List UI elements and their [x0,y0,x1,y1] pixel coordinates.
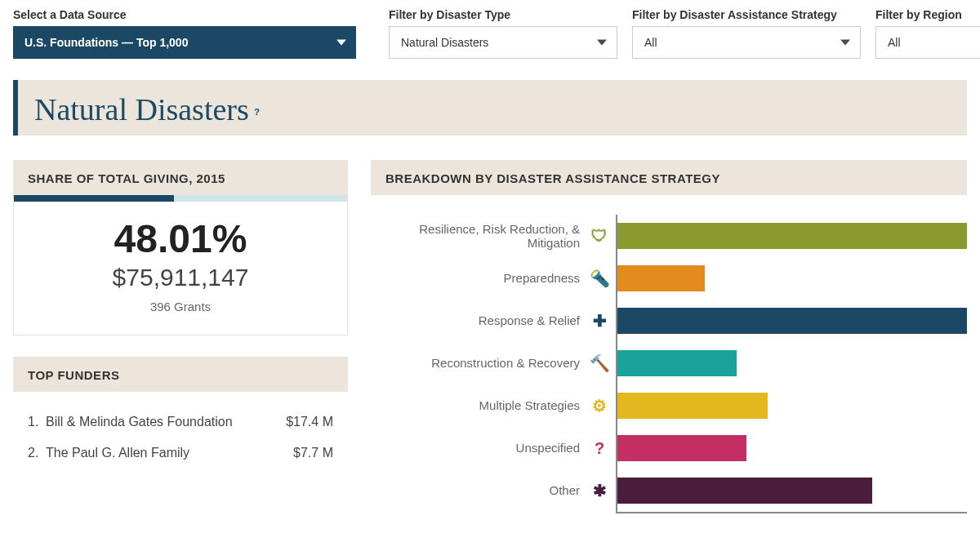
chart-bar-row[interactable] [617,342,967,384]
chart-panel: BREAKDOWN BY DISASTER ASSISTANCE STRATEG… [371,160,967,513]
data-source-value: U.S. Foundations — Top 1,000 [24,36,188,49]
page-title: Natural Disasters [34,91,249,127]
chart-bar [617,350,737,376]
funder-rank: 2. [28,446,46,460]
chart-bar-row[interactable] [617,300,967,342]
chevron-down-icon [840,40,850,46]
shield-icon: 🛡 [583,215,616,257]
chart-icons-column: 🛡🔦✚🔨⚙?✱ [583,215,616,513]
strategy-select[interactable]: All [632,26,861,59]
left-column: SHARE OF TOTAL GIVING, 2015 48.01% $75,9… [13,160,348,513]
chart-bar-row[interactable] [617,469,967,512]
region-select[interactable]: All [875,26,980,59]
funder-value: $7.7 M [276,446,333,460]
asterisk-icon: ✱ [583,469,616,512]
chart-bar [617,393,768,419]
question-icon: ? [583,427,616,469]
chart-bars-column [616,215,967,513]
data-source-select[interactable]: U.S. Foundations — Top 1,000 [13,26,356,59]
chart-labels-column: Resilience, Risk Reduction, & Mitigation… [371,215,583,513]
chart-category-label: Resilience, Risk Reduction, & Mitigation [371,215,583,257]
strategy-value: All [644,36,657,49]
main-content: SHARE OF TOTAL GIVING, 2015 48.01% $75,9… [13,160,967,513]
share-percent: 48.01% [22,220,339,259]
data-source-filter: Select a Data Source U.S. Foundations — … [13,8,356,59]
chart-category-label: Other [371,469,583,512]
region-filter: Filter by Region All [875,8,980,59]
chart-category-label: Response & Relief [371,300,583,342]
chevron-down-icon [336,40,346,46]
share-progress-track [14,195,347,202]
chart-category-label: Reconstruction & Recovery [371,342,583,384]
help-icon[interactable]: ? [254,107,260,117]
hammer-icon: 🔨 [583,342,616,384]
top-funders-panel: TOP FUNDERS 1. Bill & Melinda Gates Foun… [13,357,348,469]
chart-bar-row[interactable] [617,257,967,300]
data-source-label: Select a Data Source [13,8,356,21]
chart-bar [617,223,967,249]
filters-row: Select a Data Source U.S. Foundations — … [13,8,967,59]
chart-bar [617,478,872,504]
chart-category-label: Preparedness [371,257,583,300]
chart-bar-row[interactable] [617,215,967,257]
disaster-type-value: Natural Disasters [401,36,488,49]
share-grants: 396 Grants [22,300,339,313]
disaster-type-filter: Filter by Disaster Type Natural Disaster… [389,8,617,59]
strategy-label: Filter by Disaster Assistance Strategy [632,8,861,21]
chart-area: Resilience, Risk Reduction, & Mitigation… [371,215,967,513]
share-panel: SHARE OF TOTAL GIVING, 2015 48.01% $75,9… [13,160,348,335]
chevron-down-icon [597,40,607,46]
top-funder-row[interactable]: 2. The Paul G. Allen Family $7.7 M [28,438,333,469]
top-funders-list: 1. Bill & Melinda Gates Foundation $17.4… [13,398,348,469]
funder-value: $17.4 M [276,415,333,429]
chart-bar [617,265,705,291]
flashlight-icon: 🔦 [583,257,616,300]
funder-name: Bill & Melinda Gates Foundation [46,415,276,429]
share-progress-fill [14,195,174,202]
top-funders-header: TOP FUNDERS [13,357,348,392]
chart-bar [617,435,746,461]
share-amount: $75,911,147 [22,264,339,291]
disaster-type-select[interactable]: Natural Disasters [389,26,617,59]
strategy-filter: Filter by Disaster Assistance Strategy A… [632,8,861,59]
funder-name: The Paul G. Allen Family [46,446,276,460]
share-header: SHARE OF TOTAL GIVING, 2015 [13,160,348,195]
medical-cross-icon: ✚ [583,300,616,342]
region-value: All [888,36,901,49]
disaster-type-label: Filter by Disaster Type [389,8,617,21]
share-body: 48.01% $75,911,147 396 Grants [14,202,347,335]
chart-header: BREAKDOWN BY DISASTER ASSISTANCE STRATEG… [371,160,967,195]
chart-category-label: Multiple Strategies [371,384,583,427]
chart-category-label: Unspecified [371,427,583,469]
funder-rank: 1. [28,415,46,429]
gears-icon: ⚙ [583,384,616,427]
page-title-bar: Natural Disasters ? [13,80,967,136]
top-funder-row[interactable]: 1. Bill & Melinda Gates Foundation $17.4… [28,407,333,438]
chart-bar-row[interactable] [617,384,967,427]
region-label: Filter by Region [875,8,980,21]
chart-bar-row[interactable] [617,427,967,469]
chart-bar [617,308,967,334]
